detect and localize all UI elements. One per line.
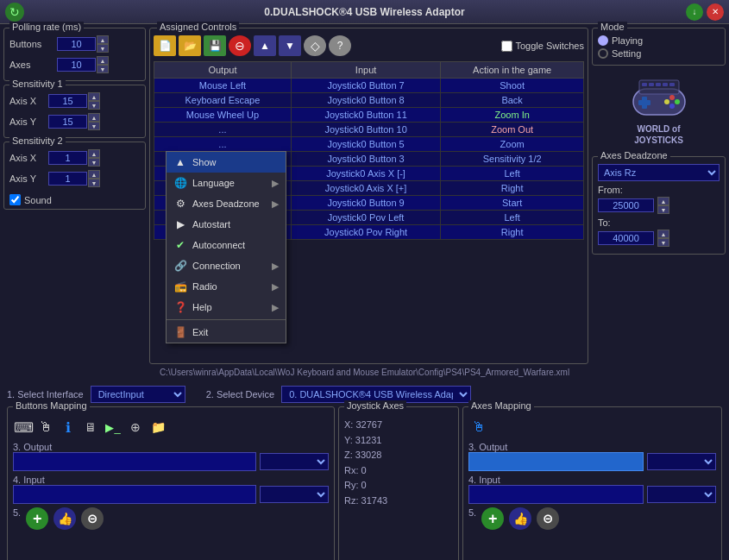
toggle-switches-checkbox[interactable]	[501, 41, 512, 52]
axes-toolbar: 🖱	[468, 418, 716, 437]
media-btn[interactable]: ℹ	[58, 418, 79, 437]
confirm-axis-button[interactable]: 👍	[509, 507, 531, 530]
help-icon: ❓	[173, 300, 187, 314]
s1-axisy-up[interactable]: ▲	[88, 113, 100, 122]
terminal-btn[interactable]: ▶_	[103, 418, 123, 437]
axes-deadzone-select[interactable]: Axis Rz Axis X Axis Y Axis Z	[598, 164, 720, 181]
joystick-logo: WORLD of JOYSTICKS	[592, 69, 726, 153]
menu-radio[interactable]: 📻 Radio ▶	[167, 276, 286, 297]
menu-connection-label: Connection	[192, 261, 241, 271]
open-file-button[interactable]: 📂	[179, 35, 201, 56]
axes-input-select[interactable]	[647, 486, 716, 503]
download-button[interactable]: ↓	[686, 3, 703, 21]
menu-exit[interactable]: 🚪 Exit	[167, 322, 286, 343]
s1-axisx-down[interactable]: ▼	[88, 101, 100, 110]
buttons-mapping-title: Buttons Mapping	[13, 400, 90, 411]
buttons-up[interactable]: ▲	[97, 35, 109, 44]
buttons-down[interactable]: ▼	[97, 44, 109, 53]
menu-language[interactable]: 🌐 Language ▶	[167, 173, 286, 193]
from-label: From:	[598, 185, 720, 195]
table-row[interactable]: Mouse Left Joystick0 Button 7 Shoot	[154, 79, 584, 93]
s2-axisx-value[interactable]	[48, 151, 87, 165]
input-input-field[interactable]	[13, 485, 256, 504]
axes-mouse-btn[interactable]: 🖱	[468, 418, 489, 437]
from-up[interactable]: ▲	[657, 197, 669, 205]
menu-show[interactable]: ▲ Show	[167, 152, 286, 173]
output-select[interactable]	[260, 453, 329, 470]
menu-autoconnect[interactable]: ✔ Autoconnect	[167, 235, 286, 255]
playing-radio[interactable]	[598, 35, 608, 46]
keyboard-btn[interactable]: ⌨	[13, 418, 34, 437]
to-up[interactable]: ▲	[657, 230, 669, 238]
table-row[interactable]: ... Joystick0 Button 10 Zoom Out	[154, 123, 584, 137]
buttons-action-row: 5. + 👍 ⊝	[13, 507, 329, 530]
add-mapping-button[interactable]: +	[26, 507, 48, 530]
sensitivity2-group: Sensitivity 2 Axis X ▲ ▼ Axis Y ▲ ▼	[3, 142, 146, 210]
mode-setting[interactable]: Setting	[598, 48, 720, 59]
up-button[interactable]: ▲	[254, 35, 276, 56]
axes-polling-up[interactable]: ▲	[97, 56, 109, 65]
to-down[interactable]: ▼	[657, 238, 669, 247]
cancel-mapping-button[interactable]: ⊝	[81, 507, 104, 530]
help-button[interactable]: ?	[329, 35, 351, 56]
mouse-btn[interactable]: 🖱	[35, 418, 56, 437]
s1-axisy-down[interactable]: ▼	[88, 122, 100, 130]
connection-arrow: ▶	[272, 261, 279, 272]
output-input-field[interactable]	[13, 452, 256, 471]
new-file-button[interactable]: 📄	[154, 35, 176, 56]
s2-axisy-up[interactable]: ▲	[88, 170, 100, 179]
menu-help[interactable]: ❓ Help ▶	[167, 297, 286, 318]
save-button[interactable]: 💾	[204, 35, 226, 56]
s2-axisx-down[interactable]: ▼	[88, 158, 100, 167]
delete-button[interactable]: ⊖	[229, 35, 251, 56]
menu-autostart[interactable]: ▶ Autostart	[167, 214, 286, 235]
cancel-axis-button[interactable]: ⊝	[537, 507, 559, 530]
axes-input-section: 4. Input	[468, 475, 716, 504]
autostart-icon: ▶	[173, 217, 187, 231]
language-arrow: ▶	[272, 178, 279, 189]
axes-output-select[interactable]	[647, 453, 716, 470]
from-down[interactable]: ▼	[657, 205, 669, 214]
main-content: Polling rate (ms) Buttons ▲ ▼ Axes ▲ ▼	[0, 24, 729, 560]
refresh-button[interactable]: ↻	[5, 3, 24, 22]
table-row[interactable]: Mouse Wheel Up Joystick0 Button 11 Zoom …	[154, 108, 584, 123]
to-value[interactable]	[598, 231, 654, 245]
sensitivity1-title: Sensitivity 1	[9, 79, 66, 89]
mode-playing[interactable]: Playing	[598, 35, 720, 46]
target-btn[interactable]: ⊕	[125, 418, 146, 437]
setting-radio[interactable]	[598, 48, 608, 59]
folder-btn[interactable]: 📁	[148, 418, 168, 437]
s1-axisy-value[interactable]	[48, 115, 87, 129]
buttons-value[interactable]	[57, 37, 96, 51]
s2-axisx-up[interactable]: ▲	[88, 149, 100, 158]
close-button[interactable]: ✕	[707, 3, 724, 21]
cell-action: Sensitivity 1/2	[441, 152, 584, 167]
svg-rect-9	[649, 83, 654, 86]
table-row[interactable]: ... Joystick0 Button 5 Zoom	[154, 137, 584, 152]
buttons-add-label: 5.	[13, 507, 21, 528]
monitor-btn[interactable]: 🖥	[80, 418, 101, 437]
table-row[interactable]: Keyboard Escape Joystick0 Button 8 Back	[154, 93, 584, 108]
s1-axisx-value[interactable]	[48, 94, 87, 108]
input-select[interactable]	[260, 486, 329, 503]
axes-deadzone-title: Axes Deadzone	[598, 150, 670, 160]
info-button[interactable]: ◇	[304, 35, 326, 56]
from-value[interactable]	[598, 198, 654, 212]
s2-axisy-down[interactable]: ▼	[88, 179, 100, 187]
menu-axes-deadzone[interactable]: ⚙ Axes Deadzone ▶	[167, 193, 286, 214]
sound-checkbox[interactable]	[9, 194, 21, 205]
sound-label[interactable]: Sound	[9, 194, 140, 205]
add-axis-button[interactable]: +	[481, 507, 504, 530]
cell-action: Start	[441, 196, 584, 211]
axes-polling-value[interactable]	[57, 58, 96, 72]
s2-axisx-row: Axis X ▲ ▼	[9, 149, 140, 167]
title-bar-text: 0.DUALSHOCK®4 USB Wireless Adaptor	[264, 6, 464, 18]
down-button[interactable]: ▼	[279, 35, 301, 56]
interface-select[interactable]: DirectInput XInput	[91, 386, 185, 403]
axes-polling-down[interactable]: ▼	[97, 65, 109, 73]
s2-axisy-value[interactable]	[48, 172, 87, 186]
axes-output-section: 3. Output	[468, 442, 716, 471]
confirm-mapping-button[interactable]: 👍	[53, 507, 76, 530]
menu-connection[interactable]: 🔗 Connection ▶	[167, 255, 286, 276]
s1-axisx-up[interactable]: ▲	[88, 92, 100, 101]
